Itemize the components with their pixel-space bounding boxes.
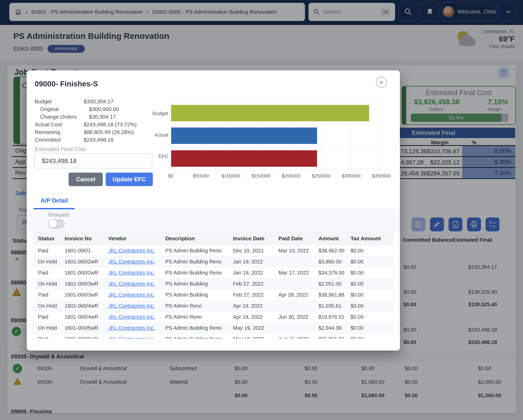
chart-x-axis: $0$50000$100000$150000$200000$250000$300… bbox=[171, 173, 381, 180]
table-row: On Hold 1601-000/3wR JKL Contractors Inc… bbox=[33, 278, 393, 290]
table-row: Paid 1601-000/3wR JKL Contractors Inc. P… bbox=[33, 290, 393, 300]
cancel-button[interactable]: Cancel bbox=[69, 173, 103, 186]
app-screen: › 01601 - PS Administration Building Ren… bbox=[0, 0, 523, 420]
summary-row-remaining: Remaining$86,805.99 (26.28%) bbox=[35, 129, 134, 137]
vendor-link[interactable]: JKL Contractors Inc. bbox=[108, 336, 165, 339]
vendor-link[interactable]: JKL Contractors Inc. bbox=[108, 270, 165, 276]
chart-bar-efc bbox=[171, 150, 317, 167]
vendor-link[interactable]: JKL Contractors Inc. bbox=[108, 292, 165, 298]
grouped-toggle[interactable] bbox=[48, 219, 65, 229]
modal-title: 09000- Finishes-S bbox=[35, 80, 98, 88]
chart-category-budget: Budget bbox=[137, 111, 168, 116]
chart-category-actual: Actual bbox=[137, 132, 168, 138]
chart-bar-budget bbox=[171, 105, 369, 121]
summary-row-change-orders: Change Orders$30,304.17 bbox=[35, 114, 116, 121]
grouped-label: Grouped bbox=[48, 212, 69, 218]
efc-input-label: Estimated Final Cost bbox=[35, 146, 86, 153]
ap-table-body: Paid 1601-000/1 JKL Contractors Inc. PS … bbox=[33, 245, 393, 339]
table-row: Paid 1601-000/2wR JKL Contractors Inc. P… bbox=[33, 267, 393, 278]
chart-category-efc: EFC bbox=[137, 153, 168, 159]
close-icon[interactable]: × bbox=[376, 77, 387, 88]
summary-row-original: Original$300,000.00 bbox=[35, 106, 119, 114]
vendor-link[interactable]: JKL Contractors Inc. bbox=[108, 303, 165, 309]
update-efc-button[interactable]: Update EFC bbox=[106, 173, 153, 186]
summary-row-committed: Committed$243,498.18 bbox=[35, 137, 114, 144]
efc-input[interactable]: $243,498.18 bbox=[34, 153, 152, 168]
summary-row-budget: Budget$330,304.17 bbox=[35, 98, 114, 106]
efc-chart-plot bbox=[171, 102, 381, 170]
vendor-link[interactable]: JKL Contractors Inc. bbox=[108, 325, 165, 331]
table-row: Paid 1601-000/4wR JKL Contractors Inc. P… bbox=[33, 312, 393, 323]
summary-row-actual-cost: Actual Cost$243,498.18 (73.72%) bbox=[35, 121, 137, 129]
table-row: Paid 1601-000/5wR JKL Contractors Inc. P… bbox=[33, 334, 393, 339]
ap-detail-table: Status Invoice No Vendor Description Inv… bbox=[33, 232, 393, 339]
vendor-link[interactable]: JKL Contractors Inc. bbox=[108, 248, 165, 254]
vendor-link[interactable]: JKL Contractors Inc. bbox=[108, 259, 165, 265]
toggle-knob bbox=[49, 220, 57, 228]
cost-code-detail-modal: 09000- Finishes-S × Budget$330,304.17 Or… bbox=[27, 70, 400, 351]
table-row: On Hold 1601-000/4wR JKL Contractors Inc… bbox=[33, 300, 393, 312]
tab-active-underline bbox=[33, 208, 75, 209]
tab-ap-detail[interactable]: A/P Detail bbox=[41, 197, 68, 204]
table-row: Paid 1601-000/1 JKL Contractors Inc. PS … bbox=[33, 245, 393, 256]
grouped-panel: Grouped bbox=[27, 209, 400, 232]
vendor-link[interactable]: JKL Contractors Inc. bbox=[108, 281, 165, 287]
table-row: On Hold 1601-000/2wR JKL Contractors Inc… bbox=[33, 256, 393, 267]
chart-bar-actual bbox=[171, 128, 317, 144]
ap-table-header: Status Invoice No Vendor Description Inv… bbox=[33, 232, 393, 245]
vendor-link[interactable]: JKL Contractors Inc. bbox=[108, 314, 165, 320]
table-row: On Hold 1601-000/5wR JKL Contractors Inc… bbox=[33, 323, 393, 334]
